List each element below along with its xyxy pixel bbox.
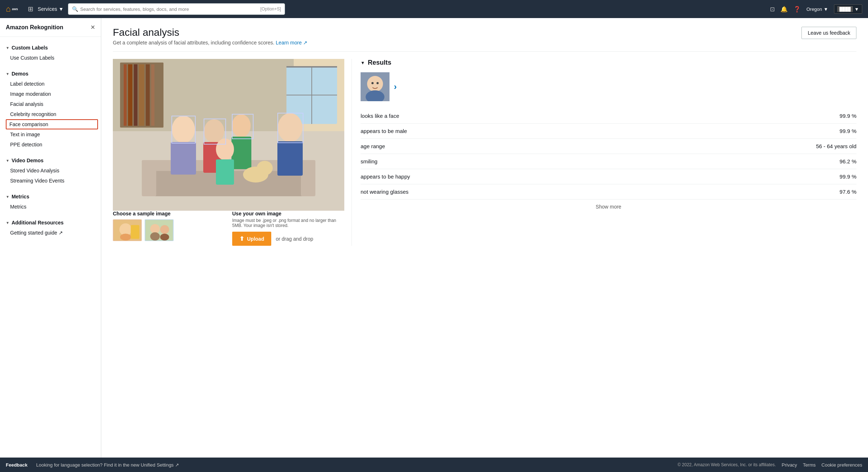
sample-thumbnail-1[interactable] <box>113 219 142 241</box>
svg-point-28 <box>257 161 273 175</box>
svg-point-43 <box>160 234 169 241</box>
sample-thumbnail-2[interactable] <box>145 219 174 241</box>
learn-more-link[interactable]: Learn more ↗ <box>276 40 307 46</box>
terminal-icon[interactable]: ⊡ <box>770 6 775 13</box>
svg-rect-17 <box>142 160 156 196</box>
result-label: looks like a face <box>361 113 399 119</box>
sidebar-close-button[interactable]: ✕ <box>90 24 95 31</box>
result-label: appears to be male <box>361 128 407 134</box>
apps-grid-icon[interactable]: ⊞ <box>28 5 33 13</box>
upload-area-section: Use your own image Image must be .jpeg o… <box>232 211 344 246</box>
sidebar-item-celebrity-recognition[interactable]: Celebrity recognition <box>0 109 101 119</box>
svg-rect-5 <box>128 64 132 126</box>
upload-note: Image must be .jpeg or .png format and n… <box>232 218 344 228</box>
triangle-icon: ▼ <box>6 195 9 199</box>
account-menu[interactable]: ████ ▼ <box>834 4 862 14</box>
image-panel: Choose a sample image <box>113 59 344 246</box>
sidebar-item-getting-started[interactable]: Getting started guide ↗ <box>0 228 101 238</box>
top-navigation: ⌂ aws ⊞ Services ▼ 🔍 [Option+S] ⊡ 🔔 ❓ Or… <box>0 0 868 18</box>
sidebar-section-header-custom-labels[interactable]: ▼ Custom Labels <box>0 43 101 53</box>
svg-point-37 <box>120 234 131 241</box>
result-label: appears to be happy <box>361 173 410 180</box>
svg-text:aws: aws <box>12 7 18 11</box>
sample-images-section: Choose a sample image <box>113 211 225 246</box>
search-icon: 🔍 <box>72 6 78 12</box>
triangle-icon: ▼ <box>6 221 9 225</box>
sidebar-item-face-comparison[interactable]: Face comparison <box>6 119 98 129</box>
family-photo-svg <box>113 59 344 211</box>
sample-images-label: Choose a sample image <box>113 211 225 216</box>
next-face-button[interactable]: › <box>394 82 397 92</box>
sidebar-item-ppe-detection[interactable]: PPE detection <box>0 140 101 150</box>
aws-smile-icon: ⌂ <box>6 4 10 14</box>
sidebar-item-text-in-image[interactable]: Text in image <box>0 129 101 140</box>
sidebar-section-header-metrics[interactable]: ▼ Metrics <box>0 192 101 202</box>
result-value: 56 - 64 years old <box>816 143 856 149</box>
nav-right-section: ⊡ 🔔 ❓ Oregon ▼ ████ ▼ <box>770 4 862 14</box>
sidebar-item-facial-analysis[interactable]: Facial analysis <box>0 99 101 109</box>
show-more-button[interactable]: Show more <box>361 199 856 214</box>
page-title-section: Facial analysis Get a complete analysis … <box>113 27 307 46</box>
svg-point-48 <box>376 82 379 84</box>
svg-rect-20 <box>171 142 196 175</box>
sidebar-section-header-additional-resources[interactable]: ▼ Additional Resources <box>0 218 101 228</box>
result-value: 99.9 % <box>839 113 856 119</box>
sidebar-section-custom-labels: ▼ Custom Labels Use Custom Labels <box>0 40 101 66</box>
svg-rect-9 <box>151 64 154 126</box>
svg-point-42 <box>160 225 169 234</box>
sidebar-section-video-demos: ▼ Video Demos Stored Video Analysis Stre… <box>0 153 101 189</box>
page-title: Facial analysis <box>113 27 307 38</box>
sidebar-item-use-custom-labels[interactable]: Use Custom Labels <box>0 53 101 63</box>
result-value: 99.9 % <box>839 173 856 180</box>
search-input[interactable] <box>80 7 260 12</box>
sidebar-section-header-demos[interactable]: ▼ Demos <box>0 69 101 79</box>
sidebar-header: Amazon Rekognition ✕ <box>0 24 101 37</box>
upload-controls: ⬆ Upload or drag and drop <box>232 232 344 246</box>
result-row: looks like a face 99.9 % <box>361 108 856 124</box>
svg-rect-38 <box>131 225 140 239</box>
result-label: age range <box>361 143 385 149</box>
svg-rect-4 <box>124 64 127 126</box>
results-list: looks like a face 99.9 % appears to be m… <box>361 108 856 199</box>
page-header: Facial analysis Get a complete analysis … <box>113 27 856 52</box>
result-row: appears to be male 99.9 % <box>361 124 856 139</box>
sidebar-item-stored-video[interactable]: Stored Video Analysis <box>0 166 101 176</box>
sidebar-section-demos: ▼ Demos Label detection Image moderation… <box>0 66 101 153</box>
sidebar-section-header-video-demos[interactable]: ▼ Video Demos <box>0 155 101 166</box>
upload-icon: ⬆ <box>239 235 244 242</box>
feedback-button[interactable]: Leave us feedback <box>801 27 856 39</box>
main-image-wrapper <box>113 59 344 211</box>
sample-thumbnails <box>113 219 225 241</box>
svg-point-45 <box>367 76 383 92</box>
aws-logo[interactable]: ⌂ aws <box>6 4 24 14</box>
result-label: smiling <box>361 158 378 164</box>
svg-rect-6 <box>134 64 137 126</box>
results-header: ▼ Results <box>361 59 856 66</box>
sidebar: Amazon Rekognition ✕ ▼ Custom Labels Use… <box>0 18 101 458</box>
svg-point-25 <box>216 138 234 160</box>
results-panel: ▼ Results › <box>352 59 856 246</box>
result-value: 96.2 % <box>839 158 856 164</box>
sidebar-item-image-moderation[interactable]: Image moderation <box>0 89 101 99</box>
result-value: 97.6 % <box>839 189 856 195</box>
svg-rect-7 <box>139 64 144 126</box>
main-layout: Amazon Rekognition ✕ ▼ Custom Labels Use… <box>0 18 868 458</box>
sidebar-item-streaming-video[interactable]: Streaming Video Events <box>0 176 101 186</box>
help-icon[interactable]: ❓ <box>793 6 801 13</box>
svg-rect-30 <box>277 141 303 176</box>
sidebar-item-label-detection[interactable]: Label detection <box>0 79 101 89</box>
bell-icon[interactable]: 🔔 <box>780 6 788 13</box>
result-row: not wearing glasses 97.6 % <box>361 184 856 199</box>
result-label: not wearing glasses <box>361 189 409 195</box>
region-selector[interactable]: Oregon ▼ <box>807 7 828 12</box>
demo-area: Choose a sample image <box>113 59 856 246</box>
upload-button[interactable]: ⬆ Upload <box>232 232 271 246</box>
triangle-icon: ▼ <box>6 72 9 76</box>
svg-rect-24 <box>231 137 251 169</box>
svg-point-29 <box>278 113 302 142</box>
sidebar-title: Amazon Rekognition <box>6 24 63 31</box>
sidebar-item-metrics[interactable]: Metrics <box>0 202 101 212</box>
svg-rect-18 <box>301 160 315 196</box>
selected-face-thumbnail <box>361 72 390 101</box>
services-button[interactable]: Services ▼ <box>38 6 64 12</box>
